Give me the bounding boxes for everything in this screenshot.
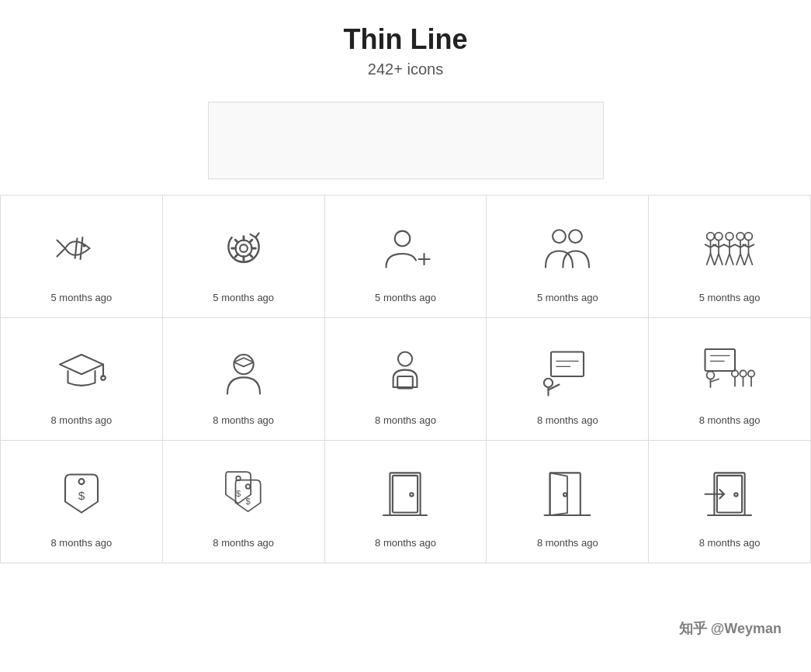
svg-point-12: [395, 231, 411, 247]
graduate-person-icon-area: [213, 340, 275, 402]
svg-point-17: [707, 233, 715, 241]
price-tags-icon[interactable]: $$8 months ago: [163, 441, 325, 563]
classroom-icon-area: [698, 340, 761, 402]
fish-icon[interactable]: 5 months ago: [1, 196, 163, 318]
svg-rect-53: [551, 352, 584, 377]
graduation-cap-icon[interactable]: 8 months ago: [1, 318, 163, 441]
time-label: 8 months ago: [537, 414, 598, 426]
svg-point-16: [569, 230, 582, 243]
person-box-icon-area: [374, 340, 436, 402]
svg-point-54: [544, 379, 553, 387]
door-open-icon-area: [536, 462, 598, 525]
refresh-settings-icon[interactable]: 5 months ago: [163, 196, 325, 318]
time-label: 5 months ago: [213, 292, 274, 303]
group-people-icon-area: [698, 217, 761, 279]
svg-line-38: [740, 254, 744, 265]
svg-point-23: [715, 233, 723, 241]
svg-rect-59: [705, 349, 736, 371]
svg-point-71: [78, 479, 84, 484]
icon-grid: 5 months ago5 months ago5 months ago5 mo…: [0, 195, 811, 563]
time-label: 5 months ago: [699, 292, 761, 303]
time-label: 8 months ago: [213, 414, 274, 426]
svg-rect-77: [390, 473, 421, 515]
svg-line-26: [719, 254, 723, 265]
page-title: Thin Line: [0, 23, 811, 56]
svg-text:$: $: [245, 497, 251, 506]
svg-line-6: [235, 254, 237, 256]
time-label: 8 months ago: [537, 537, 598, 549]
svg-point-11: [240, 244, 248, 252]
svg-point-67: [748, 370, 754, 376]
svg-rect-81: [550, 473, 581, 515]
svg-point-82: [563, 493, 567, 496]
svg-line-33: [724, 244, 730, 248]
banner-image: [208, 102, 604, 179]
two-people-icon-area: [536, 217, 598, 279]
svg-point-49: [101, 376, 106, 380]
svg-point-35: [736, 233, 744, 241]
svg-line-34: [730, 244, 735, 248]
door-enter-icon-area: [698, 462, 761, 525]
door-enter-icon[interactable]: 8 months ago: [649, 441, 811, 563]
svg-line-8: [235, 240, 237, 242]
svg-line-46: [749, 244, 754, 248]
graduation-cap-icon-area: [50, 340, 113, 402]
classroom-icon[interactable]: 8 months ago: [649, 318, 811, 441]
price-tag-icon[interactable]: $8 months ago: [1, 441, 163, 563]
svg-point-41: [745, 233, 753, 241]
two-people-icon[interactable]: 5 months ago: [487, 196, 649, 318]
svg-line-32: [730, 254, 733, 265]
svg-line-10: [249, 240, 251, 242]
graduate-person-icon[interactable]: 8 months ago: [163, 318, 325, 441]
time-label: 8 months ago: [699, 537, 761, 549]
svg-line-31: [726, 254, 730, 265]
presenter-icon-area: [536, 340, 598, 402]
time-label: 8 months ago: [699, 414, 761, 426]
door-open-icon[interactable]: 8 months ago: [487, 441, 649, 563]
presenter-icon[interactable]: 8 months ago: [487, 318, 649, 441]
time-label: 5 months ago: [537, 292, 598, 303]
svg-point-0: [82, 244, 85, 247]
svg-line-20: [711, 254, 715, 265]
svg-point-15: [553, 230, 566, 243]
add-person-icon-area: [374, 217, 436, 279]
time-label: 8 months ago: [51, 414, 113, 426]
svg-point-29: [726, 233, 733, 241]
time-label: 8 months ago: [51, 537, 113, 549]
price-tag-icon-area: $: [50, 462, 113, 525]
svg-line-2: [80, 237, 82, 259]
icon-count: 242+ icons: [0, 61, 811, 78]
svg-line-21: [705, 244, 711, 248]
svg-text:$: $: [236, 489, 241, 498]
svg-point-51: [398, 352, 412, 366]
svg-line-25: [715, 254, 719, 265]
time-label: 8 months ago: [213, 537, 274, 549]
svg-point-65: [740, 370, 746, 376]
svg-line-43: [745, 254, 749, 265]
time-label: 8 months ago: [375, 414, 436, 426]
refresh-settings-icon-area: [213, 217, 275, 279]
price-tags-icon-area: $$: [213, 462, 275, 525]
time-label: 5 months ago: [51, 292, 113, 303]
svg-line-4: [249, 254, 251, 256]
door-closed-icon-area: [374, 462, 436, 525]
door-closed-icon[interactable]: 8 months ago: [325, 441, 487, 563]
svg-marker-47: [60, 355, 103, 374]
fish-icon-area: [50, 217, 113, 279]
svg-line-28: [719, 244, 724, 248]
svg-point-60: [707, 372, 715, 379]
time-label: 8 months ago: [375, 537, 436, 549]
svg-text:$: $: [78, 489, 85, 502]
add-person-icon[interactable]: 5 months ago: [325, 196, 487, 318]
svg-point-74: [245, 484, 250, 489]
svg-line-44: [749, 254, 753, 265]
svg-line-19: [707, 254, 711, 265]
svg-point-79: [411, 493, 414, 496]
time-label: 5 months ago: [375, 292, 436, 303]
person-box-icon[interactable]: 8 months ago: [325, 318, 487, 441]
svg-point-86: [734, 493, 737, 496]
group-people-icon[interactable]: 5 months ago: [649, 196, 811, 318]
svg-line-37: [736, 254, 740, 265]
svg-line-39: [735, 244, 740, 248]
